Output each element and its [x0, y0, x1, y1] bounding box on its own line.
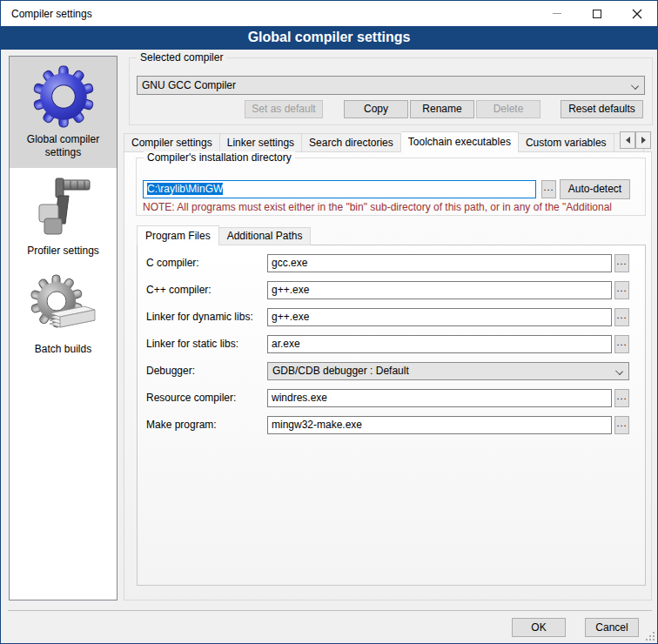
installation-directory-input[interactable]: C:\raylib\MinGW	[143, 180, 536, 198]
program-files-panel: C compiler: gcc.exe ... C++ compiler: g+…	[137, 245, 646, 586]
sidebar-item-batch-builds[interactable]: Batch builds	[10, 266, 117, 365]
resource-compiler-label: Resource compiler:	[146, 389, 236, 407]
make-program-value: mingw32-make.exe	[272, 419, 362, 431]
make-program-input[interactable]: mingw32-make.exe	[267, 416, 612, 434]
linker-dynamic-browse-button[interactable]: ...	[614, 308, 629, 326]
window-title: Compiler settings	[11, 8, 92, 20]
tab-linker-settings[interactable]: Linker settings	[220, 133, 302, 152]
ok-button[interactable]: OK	[512, 618, 566, 637]
linker-dynamic-value: g++.exe	[272, 311, 309, 323]
minimize-button[interactable]	[537, 1, 577, 26]
reset-defaults-button[interactable]: Reset defaults	[561, 100, 643, 118]
maximize-icon	[593, 10, 601, 18]
tab-custom-variables[interactable]: Custom variables	[519, 133, 614, 152]
cpp-compiler-value: g++.exe	[272, 284, 309, 296]
close-icon	[632, 9, 642, 19]
sidebar-item-label: Profiler settings	[10, 243, 117, 266]
linker-dynamic-label: Linker for dynamic libs:	[146, 308, 253, 326]
cpp-compiler-input[interactable]: g++.exe	[267, 281, 612, 299]
compiler-settings-dialog: Compiler settings Global compiler settin…	[0, 0, 658, 644]
compiler-select-value: GNU GCC Compiler	[142, 79, 236, 91]
page-title: Global compiler settings	[1, 26, 657, 50]
c-compiler-input[interactable]: gcc.exe	[267, 254, 612, 272]
cancel-button[interactable]: Cancel	[585, 618, 639, 637]
make-program-label: Make program:	[146, 416, 217, 434]
settings-category-list: Global compiler settings	[9, 56, 118, 600]
selected-compiler-group-label: Selected compiler	[137, 51, 226, 64]
auto-detect-button[interactable]: Auto-detect	[560, 179, 630, 199]
cpp-compiler-label: C++ compiler:	[146, 281, 212, 299]
maximize-button[interactable]	[577, 1, 617, 26]
linker-static-input[interactable]: ar.exe	[267, 335, 612, 353]
caliper-icon	[32, 175, 95, 241]
compiler-select[interactable]: GNU GCC Compiler	[137, 76, 645, 95]
gear-stack-icon	[30, 274, 97, 339]
resize-grip-icon[interactable]	[646, 632, 655, 641]
blue-gear-icon	[31, 64, 96, 129]
linker-static-label: Linker for static libs:	[146, 335, 238, 353]
debugger-label: Debugger:	[146, 362, 195, 380]
resource-compiler-value: windres.exe	[272, 392, 327, 404]
title-bar[interactable]: Compiler settings	[1, 1, 657, 26]
minimize-icon	[553, 13, 561, 14]
linker-static-browse-button[interactable]: ...	[614, 335, 629, 353]
installation-note: NOTE: All programs must exist either in …	[143, 201, 642, 213]
tab-scroll-left-button[interactable]	[620, 131, 635, 149]
footer-divider	[8, 610, 652, 611]
delete-button[interactable]: Delete	[476, 100, 540, 118]
linker-dynamic-input[interactable]: g++.exe	[267, 308, 612, 326]
debugger-value: GDB/CDB debugger : Default	[272, 365, 409, 377]
arrow-left-icon	[626, 137, 630, 144]
tab-program-files[interactable]: Program Files	[137, 225, 219, 245]
tab-toolchain-executables[interactable]: Toolchain executables	[401, 131, 519, 152]
settings-tab-strip: Compiler settings Linker settings Search…	[124, 131, 644, 151]
tab-compiler-settings[interactable]: Compiler settings	[124, 133, 220, 152]
tab-search-directories[interactable]: Search directories	[302, 133, 401, 152]
copy-button[interactable]: Copy	[344, 100, 408, 118]
linker-static-value: ar.exe	[272, 338, 300, 350]
arrow-right-icon	[641, 137, 646, 144]
c-compiler-label: C compiler:	[146, 254, 199, 272]
sidebar-item-label: Batch builds	[10, 341, 117, 365]
tab-scroll-right-button[interactable]	[635, 131, 651, 149]
installation-directory-browse-button[interactable]: ...	[541, 180, 556, 198]
set-as-default-button[interactable]: Set as default	[245, 100, 323, 118]
rename-button[interactable]: Rename	[410, 100, 474, 118]
sidebar-item-global-compiler-settings[interactable]: Global compiler settings	[10, 57, 117, 168]
sidebar-item-profiler-settings[interactable]: Profiler settings	[10, 168, 117, 266]
tab-additional-paths[interactable]: Additional Paths	[219, 227, 312, 245]
c-compiler-browse-button[interactable]: ...	[614, 254, 629, 272]
program-files-tab-strip: Program Files Additional Paths	[137, 225, 311, 245]
chevron-down-icon	[631, 82, 639, 90]
cpp-compiler-browse-button[interactable]: ...	[614, 281, 629, 299]
chevron-down-icon	[615, 367, 623, 375]
c-compiler-value: gcc.exe	[272, 257, 307, 269]
debugger-select[interactable]: GDB/CDB debugger : Default	[267, 362, 629, 380]
installation-directory-group-label: Compiler's installation directory	[144, 151, 295, 164]
resource-compiler-browse-button[interactable]: ...	[614, 389, 629, 407]
resource-compiler-input[interactable]: windres.exe	[267, 389, 612, 407]
close-button[interactable]	[617, 1, 657, 26]
make-program-browse-button[interactable]: ...	[614, 416, 629, 434]
installation-directory-value: C:\raylib\MinGW	[147, 183, 223, 195]
sidebar-item-label: Global compiler settings	[10, 131, 117, 168]
